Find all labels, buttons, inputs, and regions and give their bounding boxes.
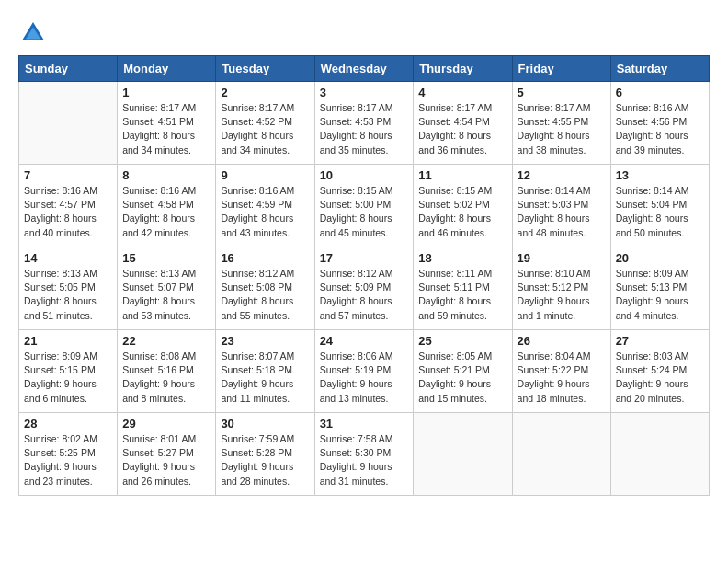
day-info: Sunrise: 8:14 AMSunset: 5:04 PMDaylight:… bbox=[616, 184, 704, 240]
calendar-cell: 5Sunrise: 8:17 AMSunset: 4:55 PMDaylight… bbox=[512, 82, 610, 165]
day-info: Sunrise: 8:12 AMSunset: 5:09 PMDaylight:… bbox=[320, 267, 409, 323]
calendar-cell: 23Sunrise: 8:07 AMSunset: 5:18 PMDayligh… bbox=[216, 330, 314, 413]
day-number: 22 bbox=[122, 334, 210, 348]
column-header-saturday: Saturday bbox=[610, 56, 709, 82]
calendar-cell bbox=[610, 413, 709, 496]
calendar-cell: 12Sunrise: 8:14 AMSunset: 5:03 PMDayligh… bbox=[512, 165, 610, 247]
day-number: 29 bbox=[122, 417, 210, 431]
day-number: 2 bbox=[221, 86, 309, 99]
day-info: Sunrise: 8:12 AMSunset: 5:08 PMDaylight:… bbox=[221, 267, 309, 323]
calendar-cell: 30Sunrise: 7:59 AMSunset: 5:28 PMDayligh… bbox=[216, 413, 314, 496]
calendar-cell: 7Sunrise: 8:16 AMSunset: 4:57 PMDaylight… bbox=[19, 165, 118, 247]
calendar-cell: 10Sunrise: 8:15 AMSunset: 5:00 PMDayligh… bbox=[314, 165, 414, 247]
column-header-tuesday: Tuesday bbox=[216, 56, 314, 82]
day-info: Sunrise: 8:13 AMSunset: 5:07 PMDaylight:… bbox=[122, 267, 210, 323]
day-number: 6 bbox=[616, 86, 704, 99]
calendar-cell bbox=[414, 413, 512, 496]
day-info: Sunrise: 8:07 AMSunset: 5:18 PMDaylight:… bbox=[221, 350, 309, 406]
day-number: 13 bbox=[616, 168, 704, 182]
day-info: Sunrise: 8:01 AMSunset: 5:27 PMDaylight:… bbox=[122, 432, 210, 488]
logo bbox=[18, 18, 51, 48]
day-info: Sunrise: 8:14 AMSunset: 5:03 PMDaylight:… bbox=[518, 184, 606, 240]
day-number: 15 bbox=[122, 251, 210, 265]
day-number: 25 bbox=[418, 334, 506, 348]
day-info: Sunrise: 8:17 AMSunset: 4:52 PMDaylight:… bbox=[221, 101, 309, 157]
day-info: Sunrise: 7:58 AMSunset: 5:30 PMDaylight:… bbox=[320, 432, 409, 488]
day-info: Sunrise: 8:10 AMSunset: 5:12 PMDaylight:… bbox=[518, 267, 606, 323]
calendar-cell: 11Sunrise: 8:15 AMSunset: 5:02 PMDayligh… bbox=[414, 165, 512, 247]
calendar-cell: 1Sunrise: 8:17 AMSunset: 4:51 PMDaylight… bbox=[118, 82, 216, 165]
day-info: Sunrise: 8:15 AMSunset: 5:02 PMDaylight:… bbox=[418, 184, 506, 240]
day-number: 8 bbox=[122, 168, 210, 182]
calendar-cell: 21Sunrise: 8:09 AMSunset: 5:15 PMDayligh… bbox=[19, 330, 118, 413]
day-info: Sunrise: 8:09 AMSunset: 5:13 PMDaylight:… bbox=[616, 267, 704, 323]
calendar-cell: 4Sunrise: 8:17 AMSunset: 4:54 PMDaylight… bbox=[414, 82, 512, 165]
day-info: Sunrise: 8:05 AMSunset: 5:21 PMDaylight:… bbox=[418, 350, 506, 406]
day-number: 30 bbox=[221, 417, 309, 431]
day-number: 12 bbox=[518, 168, 606, 182]
day-number: 28 bbox=[24, 417, 112, 431]
day-info: Sunrise: 8:11 AMSunset: 5:11 PMDaylight:… bbox=[418, 267, 506, 323]
column-header-sunday: Sunday bbox=[19, 56, 118, 82]
day-info: Sunrise: 8:16 AMSunset: 4:58 PMDaylight:… bbox=[122, 184, 210, 240]
day-number: 18 bbox=[418, 251, 506, 265]
day-info: Sunrise: 7:59 AMSunset: 5:28 PMDaylight:… bbox=[221, 432, 309, 488]
day-number: 3 bbox=[320, 86, 409, 99]
calendar-cell: 19Sunrise: 8:10 AMSunset: 5:12 PMDayligh… bbox=[512, 247, 610, 330]
day-number: 23 bbox=[221, 334, 309, 348]
week-row-3: 14Sunrise: 8:13 AMSunset: 5:05 PMDayligh… bbox=[19, 247, 710, 330]
day-number: 17 bbox=[320, 251, 409, 265]
day-number: 14 bbox=[24, 251, 112, 265]
column-header-thursday: Thursday bbox=[414, 56, 512, 82]
day-number: 11 bbox=[418, 168, 506, 182]
day-number: 27 bbox=[616, 334, 704, 348]
column-header-wednesday: Wednesday bbox=[314, 56, 414, 82]
day-number: 24 bbox=[320, 334, 409, 348]
calendar-header-row: SundayMondayTuesdayWednesdayThursdayFrid… bbox=[19, 56, 710, 82]
day-info: Sunrise: 8:03 AMSunset: 5:24 PMDaylight:… bbox=[616, 350, 704, 406]
week-row-4: 21Sunrise: 8:09 AMSunset: 5:15 PMDayligh… bbox=[19, 330, 710, 413]
column-header-friday: Friday bbox=[512, 56, 610, 82]
calendar-cell: 15Sunrise: 8:13 AMSunset: 5:07 PMDayligh… bbox=[118, 247, 216, 330]
day-number: 1 bbox=[122, 86, 210, 99]
calendar-cell: 2Sunrise: 8:17 AMSunset: 4:52 PMDaylight… bbox=[216, 82, 314, 165]
calendar-cell: 18Sunrise: 8:11 AMSunset: 5:11 PMDayligh… bbox=[414, 247, 512, 330]
calendar-cell: 17Sunrise: 8:12 AMSunset: 5:09 PMDayligh… bbox=[314, 247, 414, 330]
calendar-cell: 13Sunrise: 8:14 AMSunset: 5:04 PMDayligh… bbox=[610, 165, 709, 247]
calendar-cell: 8Sunrise: 8:16 AMSunset: 4:58 PMDaylight… bbox=[118, 165, 216, 247]
day-number: 16 bbox=[221, 251, 309, 265]
day-info: Sunrise: 8:06 AMSunset: 5:19 PMDaylight:… bbox=[320, 350, 409, 406]
day-number: 20 bbox=[616, 251, 704, 265]
day-info: Sunrise: 8:16 AMSunset: 4:57 PMDaylight:… bbox=[24, 184, 112, 240]
day-number: 4 bbox=[418, 86, 506, 99]
day-number: 21 bbox=[24, 334, 112, 348]
day-info: Sunrise: 8:16 AMSunset: 4:59 PMDaylight:… bbox=[221, 184, 309, 240]
day-info: Sunrise: 8:08 AMSunset: 5:16 PMDaylight:… bbox=[122, 350, 210, 406]
logo-icon bbox=[18, 18, 48, 48]
calendar-cell: 26Sunrise: 8:04 AMSunset: 5:22 PMDayligh… bbox=[512, 330, 610, 413]
calendar-cell: 24Sunrise: 8:06 AMSunset: 5:19 PMDayligh… bbox=[314, 330, 414, 413]
column-header-monday: Monday bbox=[118, 56, 216, 82]
calendar-cell: 28Sunrise: 8:02 AMSunset: 5:25 PMDayligh… bbox=[19, 413, 118, 496]
day-info: Sunrise: 8:02 AMSunset: 5:25 PMDaylight:… bbox=[24, 432, 112, 488]
day-info: Sunrise: 8:13 AMSunset: 5:05 PMDaylight:… bbox=[24, 267, 112, 323]
day-number: 5 bbox=[518, 86, 606, 99]
day-number: 9 bbox=[221, 168, 309, 182]
day-number: 31 bbox=[320, 417, 409, 431]
page-header bbox=[18, 18, 710, 48]
day-number: 7 bbox=[24, 168, 112, 182]
calendar-table: SundayMondayTuesdayWednesdayThursdayFrid… bbox=[18, 55, 710, 496]
calendar-cell: 25Sunrise: 8:05 AMSunset: 5:21 PMDayligh… bbox=[414, 330, 512, 413]
day-info: Sunrise: 8:16 AMSunset: 4:56 PMDaylight:… bbox=[616, 101, 704, 157]
calendar-cell: 27Sunrise: 8:03 AMSunset: 5:24 PMDayligh… bbox=[610, 330, 709, 413]
calendar-cell: 3Sunrise: 8:17 AMSunset: 4:53 PMDaylight… bbox=[314, 82, 414, 165]
day-info: Sunrise: 8:09 AMSunset: 5:15 PMDaylight:… bbox=[24, 350, 112, 406]
calendar-cell: 9Sunrise: 8:16 AMSunset: 4:59 PMDaylight… bbox=[216, 165, 314, 247]
day-number: 19 bbox=[518, 251, 606, 265]
day-info: Sunrise: 8:04 AMSunset: 5:22 PMDaylight:… bbox=[518, 350, 606, 406]
day-info: Sunrise: 8:17 AMSunset: 4:54 PMDaylight:… bbox=[418, 101, 506, 157]
calendar-cell: 20Sunrise: 8:09 AMSunset: 5:13 PMDayligh… bbox=[610, 247, 709, 330]
calendar-cell: 14Sunrise: 8:13 AMSunset: 5:05 PMDayligh… bbox=[19, 247, 118, 330]
calendar-cell: 31Sunrise: 7:58 AMSunset: 5:30 PMDayligh… bbox=[314, 413, 414, 496]
calendar-cell bbox=[19, 82, 118, 165]
